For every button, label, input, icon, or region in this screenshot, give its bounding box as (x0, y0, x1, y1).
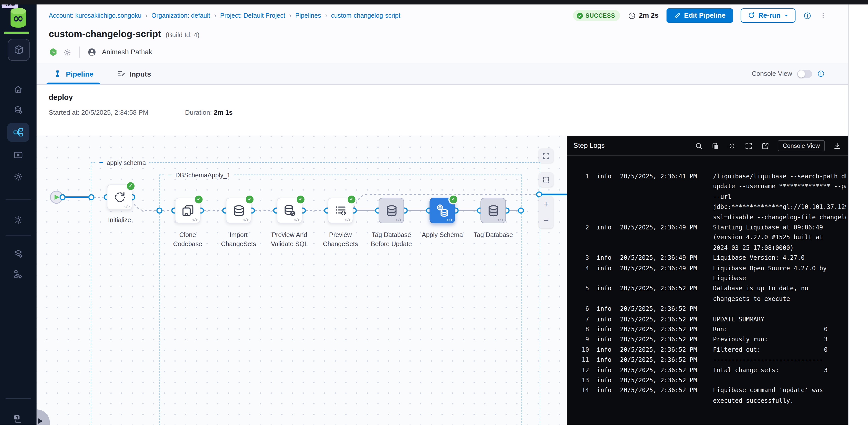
list-code-icon (333, 203, 348, 218)
success-check-badge: ✓ (126, 181, 135, 191)
build-id: (Build Id: 4) (166, 31, 200, 39)
graph-node-tag-database-before-update[interactable]: </> (379, 198, 404, 223)
gear-icon (13, 215, 23, 225)
log-timestamp: 20/5/2025, 2:36:52 PM (620, 284, 707, 294)
chevron-down-icon (784, 13, 789, 18)
zoom-in-button[interactable]: + (538, 196, 553, 212)
sidebar-item-database-gear[interactable] (0, 105, 37, 115)
sidebar-item-home[interactable] (0, 84, 37, 94)
graph-node-initialize[interactable]: ✓</> (107, 185, 132, 210)
executions-icon (13, 150, 23, 160)
graph-node-tag-database[interactable]: </> (480, 198, 506, 223)
code-icon: </> (497, 218, 504, 222)
expand-arrow-icon[interactable] (38, 418, 43, 424)
step-logs-panel: Step Logs Console View 1info20/5/2025, 2… (567, 136, 848, 425)
log-line-number: 14 (579, 386, 589, 396)
breadcrumb-item[interactable]: Pipelines (295, 12, 321, 19)
browser-top-strip (0, 0, 868, 4)
graph-node-apply-schema[interactable]: ✓</> (430, 198, 455, 223)
layers-gear-icon (13, 249, 23, 258)
console-view-toggle[interactable] (797, 69, 812, 78)
code-icon: </> (243, 218, 249, 222)
canvas-fullscreen-button[interactable] (538, 148, 553, 163)
help-chat-icon[interactable] (12, 414, 23, 424)
log-line: 6info20/5/2025, 2:36:52 PM (567, 304, 848, 314)
log-level: info (597, 386, 614, 396)
sidebar-item-cube[interactable] (8, 39, 30, 61)
sidebar-item-gear[interactable] (0, 215, 37, 225)
graph-node-import-changesets[interactable]: ✓</> (226, 198, 251, 223)
console-view-label: Console View (752, 70, 792, 78)
download-icon[interactable] (833, 142, 841, 150)
log-level: info (597, 375, 614, 386)
info-icon[interactable] (803, 11, 811, 20)
copy-icon[interactable] (711, 142, 719, 150)
stage-name: deploy (49, 93, 868, 101)
sidebar-item-hierarchy-gear[interactable] (0, 270, 37, 279)
log-line: 7info20/5/2025, 2:36:52 PMUPDATE SUMMARY (567, 314, 848, 324)
log-timestamp: 20/5/2025, 2:36:52 PM (620, 325, 707, 335)
fullscreen-icon[interactable] (745, 142, 753, 150)
logs-console-view-button[interactable]: Console View (778, 140, 825, 151)
kebab-menu-icon[interactable] (819, 10, 827, 21)
sidebar-item-layers-gear[interactable] (0, 249, 37, 258)
breadcrumb-item[interactable]: Account: kurosakiichigo.songoku (49, 12, 142, 19)
gear-icon[interactable] (63, 48, 71, 56)
info-icon[interactable] (817, 70, 825, 78)
log-message: Database is up to date, nochangesets to … (713, 284, 846, 304)
rerun-label: Re-run (758, 11, 780, 20)
gear-icon[interactable] (728, 142, 736, 150)
canvas-marquee-button[interactable] (538, 172, 553, 187)
log-timestamp: 20/5/2025, 2:36:52 PM (620, 365, 707, 375)
graph-node-preview-and-validate-sql[interactable]: ✓</> (277, 198, 302, 223)
external-link-icon[interactable] (761, 142, 770, 150)
database-infinity-logo[interactable]: ∞ (6, 5, 30, 30)
page-scrollbar[interactable] (848, 4, 868, 425)
log-message (713, 304, 846, 314)
edit-pipeline-button[interactable]: Edit Pipeline (666, 8, 733, 23)
rerun-button[interactable]: Re-run (741, 8, 796, 23)
tab-inputs[interactable]: Inputs (112, 63, 156, 84)
cube-icon (13, 44, 25, 55)
stage-duration: Duration: 2m 1s (185, 109, 233, 116)
sidebar-item-executions[interactable] (0, 150, 37, 160)
harness-success-hexagon-icon: ∞ (49, 48, 58, 57)
graph-node-preview-changesets[interactable]: ✓</> (328, 198, 353, 223)
log-message (713, 375, 846, 386)
success-check-badge: ✓ (448, 195, 458, 204)
gear-icon (13, 172, 23, 182)
log-line-number: 5 (579, 284, 589, 294)
breadcrumb-separator: › (289, 11, 291, 20)
breadcrumb-item[interactable]: custom-changelog-script (331, 12, 400, 19)
clock-icon (628, 11, 636, 20)
log-level: info (597, 253, 614, 263)
breadcrumb-item[interactable]: Project: Default Project (220, 12, 285, 19)
log-timestamp: 20/5/2025, 2:36:52 PM (620, 355, 707, 365)
log-level: info (597, 335, 614, 345)
graph-node-clone-codebase[interactable]: ✓</> (175, 198, 200, 223)
pipeline-canvas[interactable]: − apply schema − DBSchemaApply_1 (37, 136, 567, 425)
stage-meta: Started at: 20/5/2025, 2:34:58 PM Durati… (49, 109, 868, 116)
log-line-number: 9 (579, 335, 589, 345)
log-message: Run:0 (713, 325, 846, 335)
tab-bar: Pipeline Inputs Console View (37, 63, 868, 85)
marquee-select-icon (542, 175, 550, 184)
zoom-out-button[interactable]: − (538, 212, 553, 228)
log-message: /liquibase/liquibase --search-path dbupd… (713, 172, 846, 223)
code-icon: </> (192, 218, 198, 222)
sidebar-item-gear[interactable] (0, 172, 37, 182)
stage-info: deploy Started at: 20/5/2025, 2:34:58 PM… (37, 85, 868, 135)
tab-pipeline[interactable]: Pipeline (49, 63, 98, 84)
code-icon: </> (293, 218, 300, 222)
step-logs-body[interactable]: 1info20/5/2025, 2:36:41 PM/liquibase/liq… (567, 155, 848, 425)
stage-started: Started at: 20/5/2025, 2:34:58 PM (49, 109, 149, 116)
log-line-number: 13 (579, 375, 589, 386)
database-upload-icon (435, 203, 450, 218)
sidebar-item-pipelines[interactable] (7, 123, 30, 142)
log-line-number: 11 (579, 355, 589, 365)
breadcrumb-item[interactable]: Organization: default (152, 12, 210, 19)
status-badge-label: SUCCESS (586, 12, 615, 19)
search-icon[interactable] (695, 142, 703, 150)
elapsed-time-value: 2m 2s (639, 11, 659, 20)
pipeline-tab-icon (53, 69, 62, 78)
